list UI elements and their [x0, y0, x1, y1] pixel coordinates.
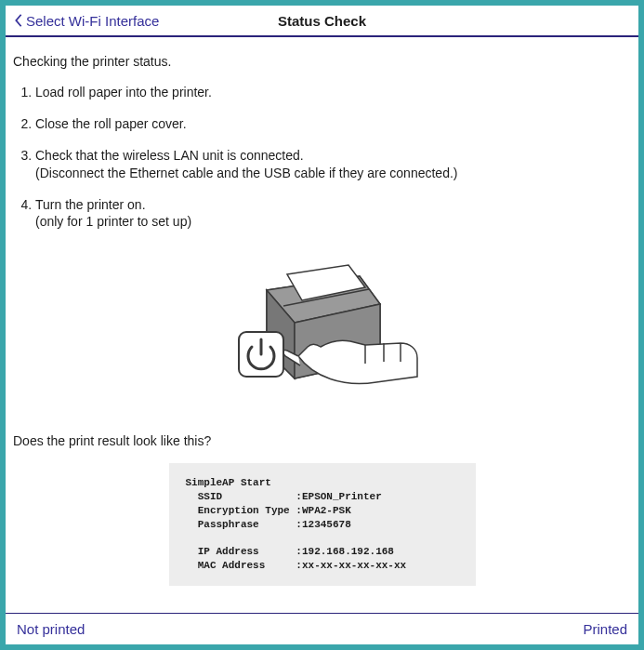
step-text: Turn the printer on. [35, 197, 146, 212]
back-button[interactable]: Select Wi-Fi Interface [13, 13, 159, 29]
app-frame: Select Wi-Fi Interface Status Check Chec… [0, 0, 644, 650]
content-area: Checking the printer status. Load roll p… [6, 37, 638, 613]
footer-bar: Not printed Printed [6, 613, 638, 644]
sample-printout: SimpleAP Start SSID :EPSON_Printer Encry… [169, 463, 476, 586]
step-item: Turn the printer on. (only for 1 printer… [35, 196, 631, 230]
question-text: Does the print result look like this? [13, 433, 631, 448]
printout-row-value: 12345678 [302, 519, 351, 530]
printer-illustration [202, 239, 443, 416]
printout-row-value: 192.168.192.168 [302, 546, 394, 557]
step-text: Check that the wireless LAN unit is conn… [35, 148, 304, 163]
not-printed-button[interactable]: Not printed [17, 621, 85, 637]
printout-row-label: SSID [198, 491, 222, 502]
back-label: Select Wi-Fi Interface [26, 13, 159, 29]
step-item: Check that the wireless LAN unit is conn… [35, 147, 631, 180]
step-text: Load roll paper into the printer. [35, 85, 212, 99]
illustration [13, 239, 631, 418]
navigation-bar: Select Wi-Fi Interface Status Check [6, 6, 638, 37]
printout-row-label: Encryption Type [198, 505, 290, 516]
printout-row-value: EPSON_Printer [302, 491, 382, 502]
printout-header: SimpleAP Start [186, 477, 271, 488]
step-list: Load roll paper into the printer. Close … [13, 84, 631, 230]
step-item: Load roll paper into the printer. [35, 84, 631, 100]
printout-row-label: MAC Address [198, 560, 266, 571]
printout-row-value: xx-xx-xx-xx-xx-xx [302, 560, 406, 571]
screen: Select Wi-Fi Interface Status Check Chec… [6, 6, 638, 644]
chevron-left-icon [13, 13, 24, 28]
printout-row-value: WPA2-PSK [302, 505, 351, 516]
printed-button[interactable]: Printed [583, 621, 627, 637]
step-subnote: (only for 1 printer to set up) [35, 213, 631, 230]
step-item: Close the roll paper cover. [35, 115, 631, 132]
step-subnote: (Disconnect the Ethernet cable and the U… [35, 165, 631, 181]
intro-text: Checking the printer status. [13, 54, 631, 69]
printout-row-label: IP Address [198, 546, 259, 557]
printout-row-label: Passphrase [198, 519, 259, 530]
power-button [239, 332, 283, 377]
step-text: Close the roll paper cover. [35, 116, 187, 131]
